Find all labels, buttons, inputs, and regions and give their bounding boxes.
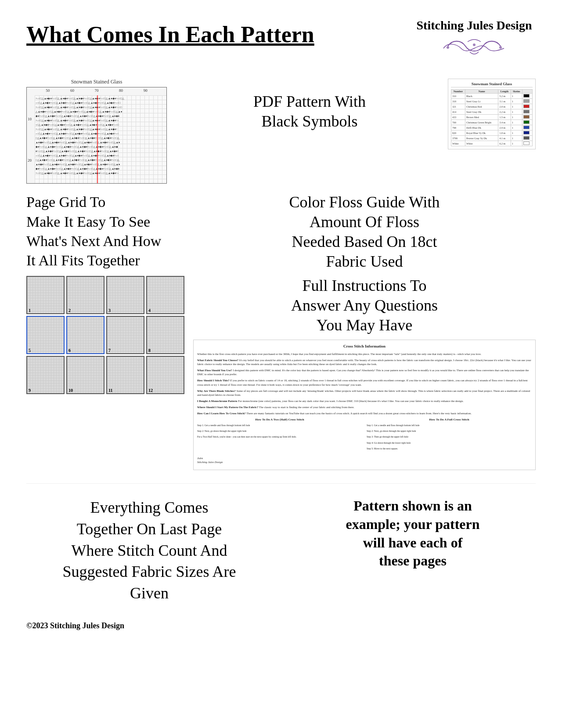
- page-num: 7: [108, 348, 111, 353]
- grid-numbers-left: 10 20: [27, 96, 32, 183]
- grid-page-inner: [27, 357, 64, 393]
- half-step-2: Step 2: Next, go down through the upper …: [197, 429, 362, 433]
- intro-text: Whether this is the first cross stitch p…: [197, 352, 532, 356]
- copyright: ©2023 Stitching Jules Design: [26, 621, 124, 630]
- row-2: Page Grid To Make It Easy To See What's …: [26, 192, 536, 272]
- grid-page-item: 2: [66, 276, 104, 314]
- logo-area: Stitching Jules Design: [413, 18, 536, 61]
- grid-page-item: 10: [66, 356, 104, 394]
- grid-page-item: 1: [26, 276, 65, 314]
- page-num: 12: [148, 388, 153, 393]
- row-3: 1 2 3 4 5 6 7 8: [26, 276, 536, 470]
- grid-page-inner: [147, 277, 184, 313]
- grid-numbers-top: 50 60 70 80 90: [27, 87, 166, 94]
- page-header: What Comes In Each Pattern Stitching Jul…: [26, 18, 536, 61]
- grid-page-inner: [27, 277, 64, 313]
- grid-page-item: 4: [146, 276, 184, 314]
- footer: ©2023 Stitching Jules Design: [26, 621, 536, 630]
- floss-thumb-title: Snowman Stained Glass: [451, 82, 533, 87]
- grid-page-item: 12: [146, 356, 184, 394]
- page-num: 8: [148, 348, 151, 353]
- grid-page-item: 3: [106, 276, 144, 314]
- grid-page-item: 5: [26, 316, 65, 354]
- everything-together-text: Everything Comes Together On Last Page W…: [26, 497, 272, 604]
- grid-page-inner: [67, 277, 104, 313]
- floss-row: 321 Christmas Red 2.8 m 1: [451, 104, 533, 109]
- page-num: 11: [108, 388, 112, 393]
- grid-symbols: ×÷○□△▲●◆♦×÷○□△▲●◆♦×÷○□△▲●◆♦×÷○□△▲●◆♦×÷○□…: [35, 95, 166, 183]
- page-num: 5: [29, 348, 31, 353]
- pdf-pattern-text: PDF Pattern With Black Symbols: [180, 79, 439, 131]
- page-grid-images: 1 2 3 4 5 6 7 8: [26, 276, 184, 394]
- floss-row: 820 Royal Blue Vy Dk 1.8 m 1: [451, 130, 533, 136]
- floss-section: What Floss Should You Use? I designed th…: [197, 368, 532, 376]
- page-grid-text: Page Grid To Make It Easy To See What's …: [26, 192, 184, 270]
- page-title: What Comes In Each Pattern: [26, 18, 314, 47]
- grid-page-item: 9: [26, 356, 65, 394]
- svg-point-2: [499, 46, 502, 49]
- floss-row: 414 Steel Gray Dk 2.2 m 1: [451, 109, 533, 115]
- floss-row: 3799 Pewter Gray Vy Dk 4.1 m 1: [451, 136, 533, 141]
- grid-page-inner: [67, 317, 104, 353]
- floss-row: 310 Black 5.2 m 1: [451, 94, 533, 99]
- page-num: 2: [68, 308, 71, 313]
- grid-page-inner: [107, 277, 144, 313]
- floss-table: Number Name Length Skeins 310 Black 5.2 …: [451, 89, 533, 146]
- floss-amount-text: Color Floss Guide With Amount Of Floss N…: [193, 192, 536, 272]
- signature: Jules Stitching Jules Design: [197, 456, 532, 464]
- full-step-5: Step 5: Move to the next square.: [367, 447, 532, 450]
- floss-row: 798 Delft Blue Dk 2.9 m 1: [451, 125, 533, 130]
- blank-section: Why Are There Blank Stitches? Some of my…: [197, 389, 532, 397]
- cross-stitch-info-title: Cross Stitch Information: [197, 344, 532, 349]
- full-step-3: Step 3: Then go through the upper left h…: [367, 435, 532, 438]
- instructions-right: Full Instructions To Answer Any Question…: [193, 276, 536, 470]
- full-stitch-col: How To Do A Full Cross Stitch Step 1: Ge…: [367, 418, 532, 453]
- grid-pages-container: 1 2 3 4 5 6 7 8: [26, 276, 184, 394]
- pattern-preview: Snowman Stained Glass 50 60 70 80 90 10 …: [26, 79, 167, 184]
- stitch-section: How Should I Stitch This? If you prefer …: [197, 378, 532, 386]
- page-num: 3: [108, 308, 111, 313]
- cross-stitch-info: Cross Stitch Information Whether this is…: [193, 340, 536, 470]
- floss-row: 700 Christmas Green Bright 3.4 m 1: [451, 120, 533, 125]
- pattern-example-text: Pattern shown is an example; your patter…: [290, 497, 536, 570]
- fabric-section: What Fabric Should You Choose? It's my b…: [197, 358, 532, 366]
- learn-section: How Can I Learn How To Cross Stitch? The…: [197, 411, 532, 415]
- red-line: [97, 95, 98, 183]
- grid-page-item: 6: [66, 316, 104, 354]
- full-stitch-steps: Step 1: Get a needle and floss through b…: [367, 424, 532, 450]
- grid-page-item: 11: [106, 356, 144, 394]
- full-step-2: Step 2: Next, go down through the upper …: [367, 429, 532, 433]
- floss-row: White White 6.2 m 1: [451, 141, 533, 146]
- full-step-1: Step 1: Get a needle and floss through b…: [367, 424, 532, 427]
- svg-point-1: [473, 43, 476, 46]
- mono-section: I Bought A Monochrome Pattern For monoch…: [197, 399, 532, 403]
- half-step-3: For a Two-Half Stitch, you're done - you…: [197, 435, 362, 438]
- half-step-1: Step 1: Get a needle and floss through b…: [197, 424, 362, 427]
- logo-text: Stitching Jules Design: [413, 18, 536, 33]
- pattern-preview-label: Snowman Stained Glass: [26, 79, 167, 85]
- logo-flourish: [413, 35, 536, 61]
- full-stitch-title: How To Do A Full Cross Stitch: [367, 418, 532, 422]
- row-1: Snowman Stained Glass 50 60 70 80 90 10 …: [26, 79, 536, 184]
- grid-page-inner: [147, 317, 184, 353]
- floss-row: 433 Brown Med 1.5 m 1: [451, 115, 533, 120]
- floss-row: 318 Steel Gray Lt 3.1 m 1: [451, 99, 533, 104]
- grid-page-inner: [27, 317, 64, 353]
- stitch-how-to: How To Do A Two (Half) Cross Stitch Step…: [197, 418, 532, 453]
- start-section: Where Should I Start My Pattern On The F…: [197, 405, 532, 409]
- grid-page-item: 7: [106, 316, 144, 354]
- half-stitch-col: How To Do A Two (Half) Cross Stitch Step…: [197, 418, 362, 453]
- page-num: 4: [148, 308, 151, 313]
- page-num: 1: [29, 308, 31, 313]
- page-num: 10: [68, 388, 73, 393]
- half-stitch-steps: Step 1: Get a needle and floss through b…: [197, 424, 362, 439]
- svg-point-0: [447, 46, 449, 49]
- bottom-section: Everything Comes Together On Last Page W…: [26, 483, 536, 604]
- full-instructions-text: Full Instructions To Answer Any Question…: [193, 276, 536, 335]
- full-step-4: Step 4: Go down through the lower right …: [367, 441, 532, 445]
- page-num: 6: [68, 348, 71, 353]
- grid-page-item: 8: [146, 316, 184, 354]
- grid-page-inner: [107, 317, 144, 353]
- page-num: 9: [29, 388, 31, 393]
- pattern-grid: 50 60 70 80 90 10 20 ×÷○□△▲●◆♦×÷○□△▲●◆♦×…: [26, 87, 167, 184]
